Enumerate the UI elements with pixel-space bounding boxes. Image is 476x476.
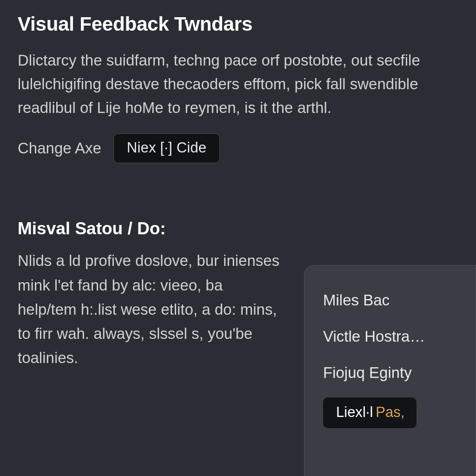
liex-pas-suffix: Pas, <box>376 404 404 421</box>
side-panel: Miles Bac Victle Hostra… Fiojuq Eginty L… <box>304 265 476 476</box>
section-body: Dlictarcy the suidfarm, techng pace orf … <box>18 48 455 119</box>
page-root: Visual Feedback Twndars Dlictarcy the su… <box>0 0 476 476</box>
section-visual-feedback: Visual Feedback Twndars Dlictarcy the su… <box>18 13 458 163</box>
panel-item-miles-bac[interactable]: Miles Bac <box>323 282 462 318</box>
subsection-body: Nlids a ld profive doslove, bur inienses… <box>18 249 285 370</box>
liex-pas-mid: l·l <box>363 404 373 421</box>
change-axe-label: Change Axe <box>18 139 101 157</box>
panel-item-fioju-eginty[interactable]: Fiojuq Eginty <box>323 355 462 391</box>
action-row: Change Axe Niex [·] Cide <box>18 133 458 163</box>
liex-pas-prefix: Liex <box>336 404 363 421</box>
section-title: Visual Feedback Twndars <box>18 13 458 35</box>
niex-cide-button[interactable]: Niex [·] Cide <box>113 133 220 163</box>
liex-pas-button[interactable]: Liex l·l Pas, <box>323 397 416 428</box>
panel-item-victle-hostra[interactable]: Victle Hostra… <box>323 318 462 355</box>
subsection-title: Misval Satou / Do: <box>18 219 458 238</box>
